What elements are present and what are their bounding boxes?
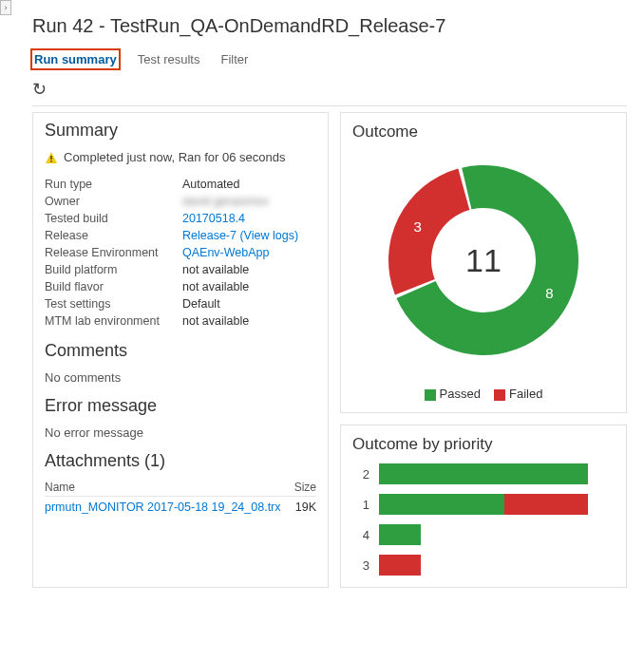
priority-row: 1 <box>352 494 615 515</box>
priority-bar <box>379 524 421 545</box>
divider <box>32 105 627 106</box>
owner-value: david gerasimov <box>182 195 269 208</box>
field-key: Build platform <box>45 261 182 278</box>
outcome-panel: Outcome 8311 Passed Failed <box>340 112 627 413</box>
status-text: Completed just now, Ran for 06 seconds <box>64 150 285 164</box>
legend-failed: Failed <box>494 387 542 401</box>
donut-slice-failed <box>388 169 469 295</box>
priority-panel: Outcome by priority 2143 <box>340 425 627 588</box>
priority-label: 1 <box>352 498 369 512</box>
field-key: Test settings <box>45 295 182 312</box>
warning-icon <box>45 151 58 164</box>
field-key: Release Environment <box>45 244 182 261</box>
donut-label: 3 <box>414 218 422 235</box>
field-key: Owner <box>45 193 182 210</box>
comments-text: No comments <box>45 370 316 385</box>
attachment-row: prmutn_MONITOR 2017-05-18 19_24_08.trx 1… <box>45 500 316 514</box>
error-text: No error message <box>45 425 316 440</box>
tab-run-summary[interactable]: Run summary <box>32 50 119 68</box>
tab-filter[interactable]: Filter <box>218 50 250 68</box>
priority-row: 4 <box>352 524 615 545</box>
bar-seg-passed <box>379 524 421 545</box>
priority-bar <box>379 463 588 484</box>
summary-heading: Summary <box>45 121 316 141</box>
attachment-size: 19K <box>295 500 316 514</box>
field-value: not available <box>182 278 316 295</box>
panel-expander[interactable]: › <box>0 0 11 15</box>
page-title: Run 42 - TestRun_QA-OnDemandRD_Release-7 <box>32 15 627 37</box>
outcome-donut-chart: 8311 <box>352 151 615 369</box>
chevron-right-icon: › <box>5 3 8 12</box>
bar-seg-passed <box>379 463 588 484</box>
bar-seg-failed <box>504 494 588 515</box>
priority-label: 4 <box>352 528 369 542</box>
donut-total: 11 <box>465 242 502 278</box>
svg-rect-2 <box>50 161 51 162</box>
legend-passed: Passed <box>425 387 481 401</box>
field-value: Automated <box>182 176 316 193</box>
field-key: Run type <box>45 176 182 193</box>
summary-fields: Run typeAutomated Ownerdavid gerasimov T… <box>45 176 316 330</box>
tab-bar: Run summary Test results Filter <box>32 50 627 69</box>
tab-test-results[interactable]: Test results <box>136 50 202 68</box>
status-line: Completed just now, Ran for 06 seconds <box>45 150 316 164</box>
release-env-link[interactable]: QAEnv-WebApp <box>182 246 269 259</box>
attachments-heading: Attachments (1) <box>45 451 316 471</box>
error-heading: Error message <box>45 396 316 416</box>
refresh-icon[interactable]: ↻ <box>32 79 47 100</box>
bar-seg-failed <box>379 555 421 576</box>
priority-label: 2 <box>352 467 369 482</box>
priority-bar-chart: 2143 <box>352 463 615 576</box>
attachments-header: Name Size <box>45 481 316 497</box>
field-key: MTM lab environment <box>45 312 182 330</box>
tested-build-link[interactable]: 20170518.4 <box>182 212 245 225</box>
donut-label: 8 <box>545 285 553 301</box>
field-value: Default <box>182 295 316 312</box>
comments-heading: Comments <box>45 341 316 361</box>
field-value: not available <box>182 312 316 330</box>
field-key: Release <box>45 227 182 244</box>
priority-row: 2 <box>352 463 615 484</box>
svg-rect-1 <box>50 156 51 160</box>
release-link[interactable]: Release-7 (View logs) <box>182 229 298 242</box>
att-col-name: Name <box>45 481 75 494</box>
priority-heading: Outcome by priority <box>352 435 615 454</box>
field-key: Tested build <box>45 210 182 227</box>
bar-seg-passed <box>379 494 504 515</box>
att-col-size: Size <box>294 481 316 494</box>
attachment-link[interactable]: prmutn_MONITOR 2017-05-18 19_24_08.trx <box>45 500 281 514</box>
field-key: Build flavor <box>45 278 182 295</box>
summary-panel: Summary Completed just now, Ran for 06 s… <box>32 112 329 588</box>
field-value: not available <box>182 261 316 278</box>
outcome-legend: Passed Failed <box>352 387 615 401</box>
priority-row: 3 <box>352 555 615 576</box>
priority-label: 3 <box>352 558 369 573</box>
priority-bar <box>379 555 421 576</box>
priority-bar <box>379 494 588 515</box>
outcome-heading: Outcome <box>352 123 615 142</box>
